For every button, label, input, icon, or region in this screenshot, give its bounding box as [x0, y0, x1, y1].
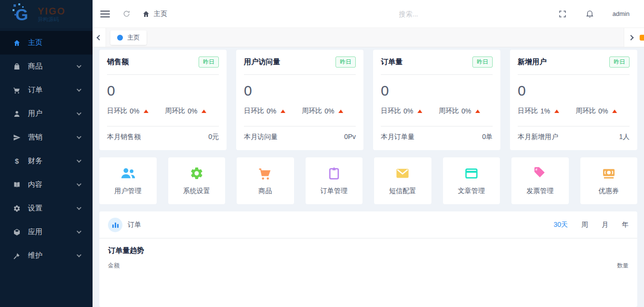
day-ratio: 日环比1%	[518, 107, 559, 115]
stat-card-new-users: 新增用户 昨日 0 日环比1% 周环比0% 本月新增用户 1人	[510, 50, 637, 150]
sidebar-item-label: 营销	[28, 133, 77, 142]
chevron-down-icon	[77, 63, 81, 68]
shortcut-order-management[interactable]: 订单管理	[306, 157, 363, 204]
sidebar-item-label: 主页	[28, 38, 80, 47]
sidebar-item-apps[interactable]: 应用	[0, 220, 93, 244]
chevron-down-icon	[77, 134, 81, 139]
sidebar-item-marketing[interactable]: 营销	[0, 126, 93, 149]
logo: G YIGO 异构源码	[0, 0, 93, 28]
notifications-bell-icon[interactable]	[585, 9, 594, 18]
search-input[interactable]	[399, 10, 481, 18]
filter-week[interactable]: 周	[581, 221, 588, 229]
breadcrumb[interactable]: 主页	[142, 10, 167, 18]
card-title: 订单量	[381, 57, 402, 67]
sidebar-item-finance[interactable]: $ 财务	[0, 149, 93, 173]
bag-icon	[13, 62, 21, 71]
filter-30days[interactable]: 30天	[553, 221, 568, 229]
sidebar-item-label: 维护	[28, 251, 77, 260]
left-axis-label: 金额	[108, 262, 120, 270]
gear-icon	[13, 204, 21, 213]
sidebar-item-home[interactable]: 主页	[0, 31, 93, 55]
shortcut-article-management[interactable]: 文章管理	[443, 157, 500, 204]
menu-toggle-icon[interactable]	[100, 11, 110, 17]
dollar-icon: $	[13, 157, 21, 166]
card-title: 用户访问量	[244, 57, 280, 67]
shortcut-label: 商品	[258, 187, 272, 195]
sidebar-menu: 主页 商品 订单 用户 营销	[0, 28, 93, 307]
shortcut-label: 订单管理	[321, 187, 348, 195]
hammer-icon	[13, 251, 21, 260]
sidebar-item-label: 订单	[28, 85, 77, 95]
shortcut-sms-config[interactable]: 短信配置	[374, 157, 431, 204]
tab-scroll-right-button[interactable]	[624, 28, 637, 47]
card-footer-label: 本月订单量	[381, 133, 415, 141]
user-menu[interactable]: admin	[613, 10, 630, 17]
card-value: 0	[244, 83, 356, 99]
card-footer-label: 本月销售额	[107, 133, 141, 141]
sidebar-item-label: 内容	[28, 180, 77, 189]
shortcut-label: 短信配置	[389, 187, 416, 195]
logo-brand: YIGO	[38, 6, 66, 16]
chevron-down-icon	[77, 205, 81, 210]
logo-subtitle: 异构源码	[38, 16, 66, 22]
week-ratio: 周环比0%	[439, 107, 480, 115]
sidebar-item-users[interactable]: 用户	[0, 102, 93, 126]
up-triangle-icon	[338, 110, 343, 113]
orders-panel: 订单 30天 周 月 年 订单量趋势 金额 数量	[99, 211, 637, 307]
tab-options-icon[interactable]	[637, 28, 644, 47]
shortcut-label: 文章管理	[458, 187, 485, 195]
gear-icon	[189, 166, 204, 181]
card-value: 0	[518, 83, 630, 99]
sidebar-item-settings[interactable]: 设置	[0, 196, 93, 220]
chevron-down-icon	[77, 111, 81, 115]
day-ratio: 日环比0%	[107, 107, 148, 115]
home-icon	[142, 10, 150, 18]
shortcut-system-settings[interactable]: 系统设置	[168, 157, 226, 204]
tab-active-dot	[117, 35, 123, 41]
chevron-down-icon	[77, 181, 81, 186]
stats-row: 销售额 昨日 0 日环比0% 周环比0% 本月销售额 0元	[99, 50, 637, 150]
status-badge: 昨日	[609, 56, 630, 68]
shortcut-coupons[interactable]: 优惠券	[580, 157, 638, 204]
sidebar-item-label: 财务	[28, 156, 77, 166]
bar-chart-icon	[108, 218, 122, 232]
filter-month[interactable]: 月	[602, 221, 608, 229]
up-triangle-icon	[612, 110, 617, 113]
tab-home[interactable]: 主页	[110, 30, 147, 45]
shortcut-invoice-management[interactable]: 发票管理	[511, 157, 569, 204]
chevron-down-icon	[77, 229, 81, 234]
shortcut-user-management[interactable]: 用户管理	[99, 157, 157, 204]
up-triangle-icon	[201, 110, 206, 113]
order-trend-chart	[108, 270, 629, 299]
sidebar-item-label: 用户	[28, 109, 77, 118]
status-badge: 昨日	[199, 56, 219, 68]
card-title: 新增用户	[518, 57, 547, 67]
banknote-icon	[601, 166, 617, 181]
up-triangle-icon	[281, 110, 285, 113]
fullscreen-icon[interactable]	[558, 10, 567, 18]
shortcut-goods[interactable]: 商品	[237, 157, 294, 204]
mail-icon	[395, 166, 410, 181]
sidebar-item-goods[interactable]: 商品	[0, 55, 93, 78]
time-filters: 30天 周 月 年	[553, 221, 629, 229]
week-ratio: 周环比0%	[165, 107, 206, 115]
chevron-down-icon	[77, 87, 81, 92]
sidebar-item-content[interactable]: 内容	[0, 173, 93, 196]
card-icon	[464, 166, 479, 181]
card-footer-label: 本月访问量	[244, 133, 278, 141]
day-ratio: 日环比0%	[244, 107, 285, 115]
cube-icon	[13, 228, 21, 237]
up-triangle-icon	[417, 110, 422, 113]
main-content: 销售额 昨日 0 日环比0% 周环比0% 本月销售额 0元	[93, 47, 644, 307]
shortcut-label: 发票管理	[526, 187, 553, 195]
card-value: 0	[107, 83, 219, 99]
book-icon	[13, 181, 21, 189]
right-axis-label: 数量	[617, 262, 629, 270]
tab-scroll-left-button[interactable]	[93, 28, 106, 47]
sidebar-item-maintenance[interactable]: 维护	[0, 244, 93, 267]
filter-year[interactable]: 年	[622, 221, 629, 229]
cart-icon	[13, 86, 21, 95]
orders-panel-title: 订单	[128, 221, 141, 229]
refresh-icon[interactable]	[122, 10, 131, 18]
sidebar-item-orders[interactable]: 订单	[0, 78, 93, 102]
